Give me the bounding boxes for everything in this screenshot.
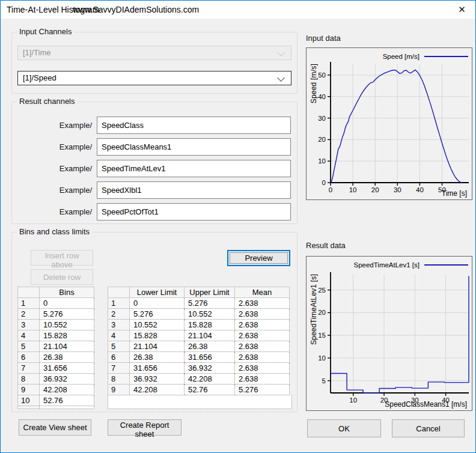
grid-cell[interactable]: 15.828 — [130, 330, 185, 341]
svg-text:30: 30 — [318, 115, 326, 122]
dialog-window: Time-At-Level Histogram www.SavvyDIAdemS… — [0, 0, 476, 453]
grid-cell[interactable]: 26.38 — [185, 341, 235, 352]
grid-cell[interactable]: 0 — [40, 298, 94, 309]
grid-cell[interactable]: 2.638 — [235, 363, 290, 374]
speedclass-input[interactable] — [97, 117, 291, 134]
example-prefix-label: Example/ — [2, 142, 92, 151]
row-header: 7 — [108, 363, 130, 374]
grid-cell[interactable]: 15.828 — [185, 320, 235, 330]
grid-cell[interactable]: 42.208 — [130, 385, 185, 395]
row-header: 2 — [108, 309, 130, 320]
grid-cell[interactable]: 15.828 — [40, 330, 94, 341]
grid-cell[interactable]: 26.38 — [40, 352, 94, 363]
grid-cell[interactable]: 31.656 — [40, 363, 94, 374]
svg-text:20: 20 — [318, 136, 326, 143]
row-header: 6 — [18, 352, 40, 363]
row-header: 2 — [18, 309, 40, 320]
row-header: 5 — [18, 341, 40, 352]
grid-cell[interactable]: 2.638 — [235, 330, 290, 341]
grid-cell[interactable]: 21.104 — [185, 330, 235, 341]
column-header: Upper Limit — [185, 287, 235, 298]
grid-cell[interactable]: 21.104 — [40, 341, 94, 352]
grid-cell[interactable]: 2.638 — [235, 298, 290, 309]
grid-cell[interactable]: 36.932 — [40, 374, 94, 385]
svg-text:30: 30 — [394, 186, 401, 193]
chevron-down-icon — [277, 49, 285, 56]
grid-cell[interactable]: 31.656 — [185, 352, 235, 363]
row-header: 4 — [108, 330, 130, 341]
grid-cell[interactable]: 36.932 — [185, 363, 235, 374]
column-header: Bins — [40, 287, 94, 298]
svg-text:0: 0 — [329, 186, 332, 193]
svg-text:50: 50 — [318, 71, 326, 79]
svg-text:10: 10 — [318, 354, 326, 362]
row-header: 1 — [18, 298, 40, 309]
svg-text:40: 40 — [318, 93, 326, 100]
close-button[interactable]: ✕ — [448, 1, 475, 19]
svg-text:25: 25 — [318, 287, 326, 294]
svg-text:20: 20 — [318, 309, 326, 316]
svg-text:10: 10 — [318, 157, 326, 165]
grid-cell[interactable]: 10.552 — [185, 309, 235, 320]
delete-row-button: Delete row — [31, 269, 93, 285]
row-header: 7 — [18, 363, 40, 374]
grid-cell[interactable]: 2.638 — [235, 309, 290, 320]
row-header: 8 — [18, 374, 40, 385]
speedtimeatlev-input[interactable] — [97, 160, 291, 177]
speedpctoftot-input[interactable] — [97, 203, 291, 220]
grid-cell[interactable]: 0 — [130, 298, 185, 309]
grid-cell[interactable]: 2.638 — [235, 374, 290, 385]
grid-cell[interactable]: 42.208 — [185, 374, 235, 385]
time-channel-combo: [1]/Time — [17, 46, 291, 60]
result-chart-x-axis-label: SpeedClassMeans1 [m/s] — [385, 400, 467, 409]
partial-cell — [40, 406, 94, 409]
speed-channel-combo[interactable]: [1]/Speed — [17, 71, 291, 85]
create-report-sheet-button[interactable]: Create Report sheet — [108, 419, 182, 436]
grid-cell[interactable]: 42.208 — [40, 385, 94, 395]
example-prefix-label: Example/ — [2, 186, 92, 195]
input-data-chart: 0102030405001020304050 Speed [m/s] Speed… — [306, 47, 472, 200]
grid-cell[interactable]: 26.38 — [130, 352, 185, 363]
grid-cell[interactable]: 21.104 — [130, 341, 185, 352]
cancel-button[interactable]: Cancel — [392, 419, 465, 437]
grid-cell[interactable]: 5.276 — [235, 385, 290, 395]
grid-cell[interactable]: 2.638 — [235, 352, 290, 363]
limits-table[interactable]: Lower LimitUpper LimitMean105.2762.63825… — [108, 287, 290, 395]
speedclassmeans-input[interactable] — [97, 138, 291, 156]
preview-button[interactable]: Preview — [227, 250, 290, 266]
window-subtitle: www.SavvyDIAdemSolutions.com — [73, 5, 199, 14]
row-header: 1 — [108, 298, 130, 309]
input-data-label: Input data — [306, 34, 341, 43]
input-data-plot: 0102030405001020304050 — [307, 48, 472, 199]
grid-cell[interactable]: 2.638 — [235, 320, 290, 330]
grid-cell[interactable]: 10.552 — [130, 320, 185, 330]
ok-button[interactable]: OK — [307, 419, 381, 437]
result-channels-group-label: Result channels — [17, 97, 78, 106]
column-header: Lower Limit — [130, 287, 185, 298]
grid-cell[interactable]: 52.76 — [40, 395, 94, 406]
bins-group-label: Bins and class limits — [17, 227, 92, 236]
column-header: Mean — [235, 287, 290, 298]
svg-text:20: 20 — [371, 186, 379, 193]
speedxlbl-input[interactable] — [97, 181, 291, 199]
chevron-down-icon — [277, 74, 285, 82]
example-prefix-label: Example/ — [2, 121, 92, 130]
grid-cell[interactable]: 52.76 — [185, 385, 235, 395]
bins-table[interactable]: Bins1025.276310.552415.828521.104626.387… — [17, 287, 94, 409]
grid-cell[interactable]: 5.276 — [40, 309, 94, 320]
grid-cell[interactable]: 5.276 — [130, 309, 185, 320]
create-view-sheet-button[interactable]: Create View sheet — [19, 419, 91, 436]
result-data-chart: 10203040510152025 SpeedTimeAtLev1 [s] Sp… — [306, 256, 472, 411]
result-chart-y-axis-label: SpeedTimeAtLev1 [s] — [310, 274, 318, 345]
legend-label: SpeedTimeAtLev1 [s] — [353, 261, 420, 269]
close-icon: ✕ — [458, 4, 466, 14]
grid-cell[interactable]: 36.932 — [130, 374, 185, 385]
row-header: 10 — [18, 395, 40, 406]
grid-cell[interactable]: 5.276 — [185, 298, 235, 309]
grid-cell[interactable]: 10.552 — [40, 320, 94, 330]
grid-cell[interactable]: 2.638 — [235, 341, 290, 352]
result-chart-legend: SpeedTimeAtLev1 [s] — [353, 261, 468, 269]
row-header: 4 — [18, 330, 40, 341]
grid-cell[interactable]: 31.656 — [130, 363, 185, 374]
column-header — [18, 287, 40, 298]
